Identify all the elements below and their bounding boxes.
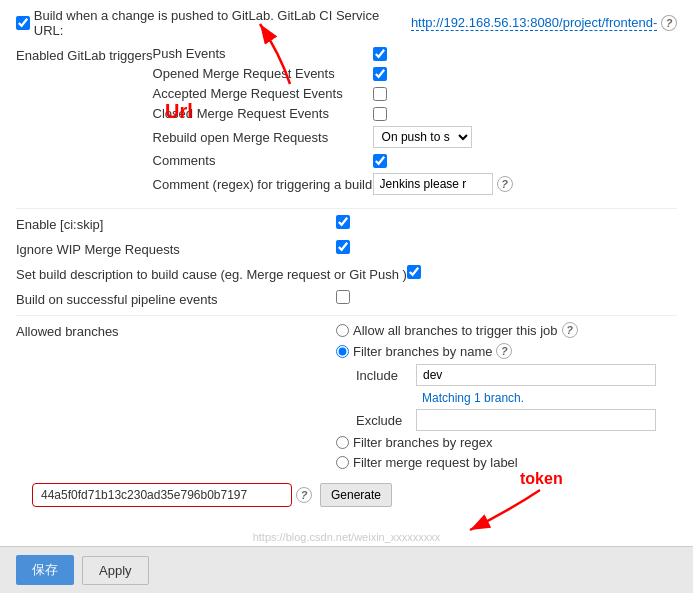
build-pipeline-checkbox[interactable] bbox=[336, 290, 350, 304]
branch-regex-radio[interactable] bbox=[336, 436, 349, 449]
branch-all-help-icon[interactable]: ? bbox=[562, 322, 578, 338]
token-row: ? Generate bbox=[16, 483, 677, 507]
ignore-wip-label: Ignore WIP Merge Requests bbox=[16, 240, 336, 257]
match-text: Matching 1 branch. bbox=[422, 391, 524, 405]
branch-regex-row: Filter branches by regex bbox=[336, 435, 656, 450]
trigger-rebuild-merge-select[interactable]: On push to s Never Always bbox=[373, 126, 472, 148]
allowed-branches-label: Allowed branches bbox=[16, 322, 336, 339]
branch-all-radio[interactable] bbox=[336, 324, 349, 337]
branch-label-row: Filter merge request by label bbox=[336, 455, 656, 470]
build-when-checkbox[interactable] bbox=[16, 16, 30, 30]
include-label: Include bbox=[356, 368, 416, 383]
ci-skip-checkbox[interactable] bbox=[336, 215, 350, 229]
branch-all-label: Allow all branches to trigger this job bbox=[353, 323, 558, 338]
branch-name-radio[interactable] bbox=[336, 345, 349, 358]
build-desc-checkbox[interactable] bbox=[407, 265, 421, 279]
build-pipeline-row: Build on successful pipeline events bbox=[16, 290, 677, 307]
token-help-icon[interactable]: ? bbox=[296, 487, 312, 503]
service-url-help-icon[interactable]: ? bbox=[661, 15, 677, 31]
build-pipeline-label: Build on successful pipeline events bbox=[16, 290, 336, 307]
trigger-push-label: Push Events bbox=[153, 46, 373, 61]
trigger-comments-label: Comments bbox=[153, 153, 373, 168]
trigger-opened-merge-checkbox[interactable] bbox=[373, 67, 387, 81]
main-container: Build when a change is pushed to GitLab.… bbox=[0, 0, 693, 593]
include-input[interactable] bbox=[416, 364, 656, 386]
trigger-comment-regex-label: Comment (regex) for triggering a build bbox=[153, 177, 373, 192]
ignore-wip-checkbox[interactable] bbox=[336, 240, 350, 254]
trigger-comment-regex: Comment (regex) for triggering a build ? bbox=[153, 173, 677, 195]
include-section: Include Matching 1 branch. Exclude bbox=[336, 364, 656, 431]
allowed-branches-row: Allowed branches Allow all branches to t… bbox=[16, 322, 677, 475]
trigger-closed-merge-checkbox[interactable] bbox=[373, 107, 387, 121]
separator-2 bbox=[16, 315, 677, 316]
exclude-input[interactable] bbox=[416, 409, 656, 431]
trigger-rebuild-merge: Rebuild open Merge Requests On push to s… bbox=[153, 126, 677, 148]
trigger-opened-merge-label: Opened Merge Request Events bbox=[153, 66, 373, 81]
build-desc-label: Set build description to build cause (eg… bbox=[16, 265, 407, 282]
trigger-push-events: Push Events bbox=[153, 46, 677, 61]
trigger-rebuild-merge-label: Rebuild open Merge Requests bbox=[153, 130, 373, 145]
token-input[interactable] bbox=[32, 483, 292, 507]
trigger-comments-checkbox[interactable] bbox=[373, 154, 387, 168]
branch-name-row: Filter branches by name ? bbox=[336, 343, 656, 359]
trigger-opened-merge: Opened Merge Request Events bbox=[153, 66, 677, 81]
trigger-accepted-merge: Accepted Merge Request Events bbox=[153, 86, 677, 101]
trigger-closed-merge-label: Closed Merge Request Events bbox=[153, 106, 373, 121]
bottom-bar: 保存 Apply bbox=[0, 546, 693, 593]
match-text-row: Matching 1 branch. bbox=[356, 390, 656, 405]
ci-skip-label: Enable [ci:skip] bbox=[16, 215, 336, 232]
trigger-accepted-merge-label: Accepted Merge Request Events bbox=[153, 86, 373, 101]
ignore-wip-row: Ignore WIP Merge Requests bbox=[16, 240, 677, 257]
branch-regex-label: Filter branches by regex bbox=[353, 435, 492, 450]
branch-section: Allow all branches to trigger this job ?… bbox=[336, 322, 656, 475]
build-desc-row: Set build description to build cause (eg… bbox=[16, 265, 677, 282]
trigger-comment-regex-input[interactable] bbox=[373, 173, 493, 195]
trigger-comments: Comments bbox=[153, 153, 677, 168]
include-row: Include bbox=[356, 364, 656, 386]
exclude-row: Exclude bbox=[356, 409, 656, 431]
build-when-row: Build when a change is pushed to GitLab.… bbox=[16, 8, 677, 38]
ci-skip-row: Enable [ci:skip] bbox=[16, 215, 677, 232]
branch-name-help-icon[interactable]: ? bbox=[496, 343, 512, 359]
service-url-input[interactable] bbox=[411, 15, 657, 31]
save-button[interactable]: 保存 bbox=[16, 555, 74, 585]
triggers-section: Enabled GitLab triggers Push Events Open… bbox=[16, 46, 677, 200]
trigger-closed-merge: Closed Merge Request Events bbox=[153, 106, 677, 121]
generate-button[interactable]: Generate bbox=[320, 483, 392, 507]
trigger-push-checkbox[interactable] bbox=[373, 47, 387, 61]
branch-all-row: Allow all branches to trigger this job ? bbox=[336, 322, 656, 338]
branch-label-label: Filter merge request by label bbox=[353, 455, 518, 470]
branch-name-label: Filter branches by name bbox=[353, 344, 492, 359]
trigger-comment-regex-help-icon[interactable]: ? bbox=[497, 176, 513, 192]
trigger-accepted-merge-checkbox[interactable] bbox=[373, 87, 387, 101]
branch-label-radio[interactable] bbox=[336, 456, 349, 469]
exclude-label: Exclude bbox=[356, 413, 416, 428]
triggers-options: Push Events Opened Merge Request Events … bbox=[153, 46, 677, 200]
build-when-label: Build when a change is pushed to GitLab.… bbox=[34, 8, 407, 38]
separator-1 bbox=[16, 208, 677, 209]
apply-button[interactable]: Apply bbox=[82, 556, 149, 585]
triggers-label: Enabled GitLab triggers bbox=[16, 46, 153, 63]
